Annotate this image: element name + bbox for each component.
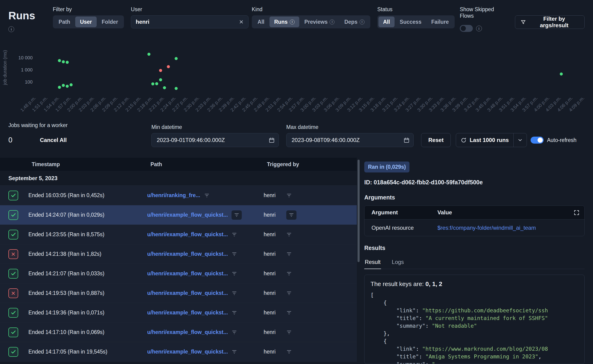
job-duration-point[interactable] xyxy=(163,86,166,89)
job-duration-point[interactable] xyxy=(66,85,69,88)
info-icon[interactable]: i xyxy=(476,26,482,32)
kind-segmented: All Runsi Previewsi Depsi xyxy=(252,15,370,28)
resource-link[interactable]: $res:f/company-folder/windmill_ai_team xyxy=(437,225,536,231)
filter-by-group: Filter by Path User Folder xyxy=(53,6,124,28)
filter-by-path-icon[interactable] xyxy=(231,271,237,277)
info-icon: i xyxy=(360,20,364,25)
user-search-input[interactable] xyxy=(135,18,238,25)
job-duration-point[interactable] xyxy=(167,65,170,68)
run-path-link[interactable]: u/henri/example_flow_quickst... xyxy=(147,270,228,277)
table-row[interactable]: Ended 14:21:38 (Ran in 1,82s)u/henri/exa… xyxy=(0,244,357,264)
run-path-link[interactable]: u/henri/example_flow_quickst... xyxy=(147,290,228,296)
job-duration-point[interactable] xyxy=(62,60,65,63)
job-duration-point[interactable] xyxy=(62,84,65,87)
table-row[interactable]: Ended 14:19:53 (Ran in 0,887s)u/henri/ex… xyxy=(0,284,357,303)
status-all-button[interactable]: All xyxy=(378,17,395,27)
filter-by-path-icon[interactable] xyxy=(231,349,237,355)
tab-result[interactable]: Result xyxy=(364,256,381,269)
chevron-down-icon[interactable] xyxy=(514,133,527,147)
last-runs-button[interactable]: Last 1000 runs xyxy=(456,133,513,147)
table-row[interactable]: Ended 14:17:05 (Ran in 19,545s)u/henri/e… xyxy=(0,342,357,362)
reset-button[interactable]: Reset xyxy=(421,133,451,147)
filter-by-path-icon[interactable] xyxy=(231,210,242,220)
table-scrollbar[interactable] xyxy=(357,158,361,364)
last-runs-split-button[interactable]: Last 1000 runs xyxy=(456,133,527,147)
filter-by-user-button[interactable]: User xyxy=(75,17,96,27)
job-duration-point[interactable] xyxy=(159,78,162,81)
job-duration-point[interactable] xyxy=(58,59,61,62)
scatter-plot: 10 0001 000100job duration (ms)1:48 p.m.… xyxy=(0,39,593,121)
job-duration-point[interactable] xyxy=(155,82,158,85)
filter-by-folder-button[interactable]: Folder xyxy=(97,17,123,27)
filter-by-args-result-button[interactable]: Filter by args/result xyxy=(515,15,585,29)
run-path-link[interactable]: u/henri/example_flow_quickst... xyxy=(147,329,228,335)
cancel-all-button[interactable]: Cancel All xyxy=(39,136,68,143)
show-skipped-toggle[interactable] xyxy=(460,25,473,32)
job-duration-point[interactable] xyxy=(66,61,69,64)
filter-by-user-icon[interactable] xyxy=(286,349,292,355)
table-row[interactable]: Ended 14:19:36 (Ran in 0,071s)u/henri/ex… xyxy=(0,303,357,323)
run-timestamp: Ended 14:19:53 (Ran in 0,887s) xyxy=(28,290,147,296)
run-path-link[interactable]: u/henri/example_flow_quickst... xyxy=(147,231,228,238)
filter-by-path-icon[interactable] xyxy=(231,251,237,257)
min-datetime-label: Min datetime xyxy=(152,124,279,130)
filter-by-user-icon[interactable] xyxy=(286,210,296,220)
filter-by-user-icon[interactable] xyxy=(286,271,292,277)
table-row[interactable]: Ended 16:03:05 (Ran in 0,452s)u/henri/ra… xyxy=(0,186,357,205)
max-datetime-field[interactable] xyxy=(291,136,401,143)
run-path-link[interactable]: u/henri/example_flow_quickst... xyxy=(147,349,228,355)
auto-refresh-toggle[interactable] xyxy=(531,136,544,143)
min-datetime-input[interactable] xyxy=(152,133,279,147)
job-duration-point[interactable] xyxy=(159,69,162,72)
kind-previews-button[interactable]: Previewsi xyxy=(300,17,339,27)
filter-by-user-icon[interactable] xyxy=(286,291,292,296)
calendar-icon[interactable] xyxy=(403,137,410,143)
status-success-button[interactable]: Success xyxy=(395,17,426,27)
table-row[interactable]: Ended 14:24:07 (Ran in 0,029s)u/henri/ex… xyxy=(0,205,357,225)
runs-info-icon[interactable]: i xyxy=(8,26,14,32)
status-failure-button[interactable]: Failure xyxy=(427,17,453,27)
runs-page: Runs i Filter by Path User Folder User K… xyxy=(0,0,593,364)
run-path-link[interactable]: u/henri/example_flow_quickst... xyxy=(147,212,228,218)
job-duration-point[interactable] xyxy=(70,83,73,86)
calendar-icon[interactable] xyxy=(269,137,275,143)
filter-by-user-icon[interactable] xyxy=(286,330,292,335)
job-duration-point[interactable] xyxy=(175,87,178,90)
kind-all-button[interactable]: All xyxy=(253,17,269,27)
filter-by-path-icon[interactable] xyxy=(231,330,237,335)
job-duration-point[interactable] xyxy=(147,52,151,56)
max-datetime-input[interactable] xyxy=(286,133,414,147)
kind-runs-button[interactable]: Runsi xyxy=(270,17,299,27)
expand-icon[interactable] xyxy=(573,209,580,216)
kind-deps-button[interactable]: Depsi xyxy=(340,17,369,27)
filter-by-user-icon[interactable] xyxy=(286,193,292,198)
filter-by-path-button[interactable]: Path xyxy=(54,17,75,27)
run-timestamp: Ended 14:21:38 (Ran in 1,82s) xyxy=(28,251,147,257)
table-row[interactable]: Ended 14:23:55 (Ran in 8,575s)u/henri/ex… xyxy=(0,225,357,244)
funnel-icon xyxy=(520,19,526,25)
job-duration-point[interactable] xyxy=(58,86,61,89)
filter-by-user-icon[interactable] xyxy=(286,232,292,237)
table-row[interactable]: Ended 14:17:10 (Ran in 0,069s)u/henri/ex… xyxy=(0,323,357,342)
run-user: henri xyxy=(264,270,276,277)
filter-by-path-icon[interactable] xyxy=(231,310,237,316)
user-search-box[interactable] xyxy=(131,15,249,28)
run-path-link[interactable]: u/henri/example_flow_quickst... xyxy=(147,251,228,257)
job-duration-point[interactable] xyxy=(152,82,154,85)
tab-logs[interactable]: Logs xyxy=(391,256,404,269)
job-duration-point[interactable] xyxy=(175,57,178,60)
min-datetime-field[interactable] xyxy=(156,136,266,143)
filter-by-user-icon[interactable] xyxy=(286,251,292,257)
run-path-link[interactable]: u/henri/ranking_fre... xyxy=(147,192,200,199)
filter-by-user-icon[interactable] xyxy=(286,310,292,316)
filter-by-path-icon[interactable] xyxy=(231,291,237,296)
kind-label: Kind xyxy=(252,6,370,13)
clear-icon[interactable] xyxy=(238,19,244,25)
filter-by-path-icon[interactable] xyxy=(204,193,210,198)
run-path-link[interactable]: u/henri/example_flow_quickst... xyxy=(147,310,228,316)
table-row[interactable]: Ended 14:21:07 (Ran in 0,033s)u/henri/ex… xyxy=(0,264,357,284)
filter-by-path-icon[interactable] xyxy=(231,232,237,237)
scrollbar-thumb[interactable] xyxy=(357,160,360,262)
status-segmented: All Success Failure xyxy=(377,15,455,28)
job-duration-point[interactable] xyxy=(560,72,563,75)
